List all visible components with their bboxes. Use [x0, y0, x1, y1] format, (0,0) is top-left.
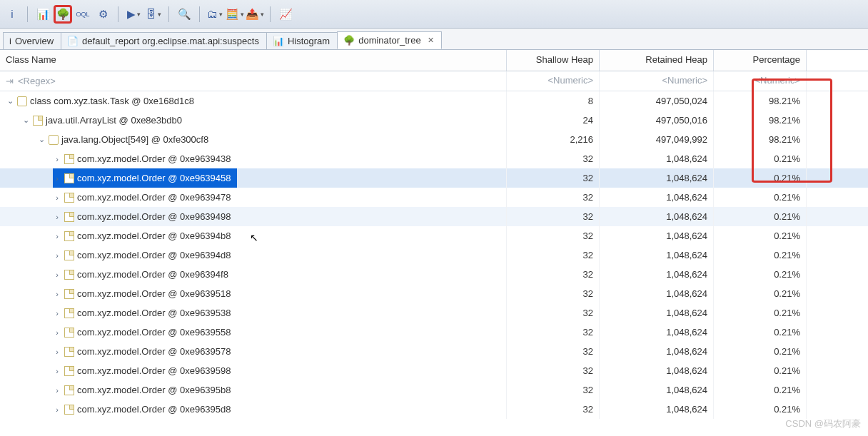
- dominator-tree-icon-glyph: 🌳: [56, 8, 70, 21]
- file-icon: [64, 173, 74, 183]
- toolbar-separator: [118, 6, 118, 22]
- expand-toggle[interactable]: ›: [53, 290, 61, 298]
- table-row[interactable]: ›com.xyz.model.Order @ 0xe9639478321,048…: [0, 188, 868, 207]
- table-row[interactable]: ›com.xyz.model.Order @ 0xe96395d8321,048…: [0, 400, 868, 419]
- tab-overview[interactable]: iOverview: [3, 32, 61, 49]
- file-icon: [64, 405, 74, 415]
- percentage-cell: 0.21%: [714, 342, 807, 361]
- table-row[interactable]: ›com.xyz.model.Order @ 0xe96395b8321,048…: [0, 380, 868, 400]
- shallow-heap-cell: 32: [507, 380, 600, 400]
- watermark: CSDN @码农阿豪: [785, 417, 861, 430]
- tab-dominator-tree[interactable]: 🌳dominator_tree✕: [337, 31, 441, 49]
- shallow-heap-cell: 32: [507, 323, 600, 342]
- tab-histogram-label: Histogram: [288, 36, 330, 46]
- expand-toggle[interactable]: ›: [53, 251, 61, 260]
- shallow-heap-cell: 32: [507, 400, 600, 419]
- expand-toggle[interactable]: ›: [53, 367, 61, 375]
- tab-suspects[interactable]: 📄default_report org.eclipse.mat.api:susp…: [61, 32, 267, 49]
- table-row[interactable]: ›com.xyz.model.Order @ 0xe9639498321,048…: [0, 207, 868, 226]
- expand-toggle[interactable]: ›: [53, 348, 61, 356]
- retained-heap-cell: 1,048,624: [600, 342, 714, 361]
- file-icon: [64, 193, 74, 203]
- table-row[interactable]: ›com.xyz.model.Order @ 0xe96394b8321,048…: [0, 226, 868, 245]
- table-row[interactable]: ⌄class com.xyz.task.Task @ 0xe168d1c8849…: [0, 91, 868, 111]
- expand-toggle[interactable]: ›: [53, 270, 61, 279]
- expand-toggle[interactable]: ›: [53, 213, 61, 221]
- file-icon: [64, 347, 74, 357]
- expand-toggle[interactable]: ›: [53, 174, 61, 183]
- group-icon[interactable]: 🗂: [206, 5, 224, 24]
- percentage-cell: 0.21%: [714, 303, 807, 323]
- shallow-filter[interactable]: <Numeric>: [507, 71, 600, 91]
- table-row[interactable]: ›com.xyz.model.Order @ 0xe9639438321,048…: [0, 149, 868, 168]
- expand-toggle[interactable]: ›: [53, 328, 61, 337]
- dominator-tree-icon[interactable]: 🌳: [54, 5, 72, 24]
- shallow-heap-cell: 32: [507, 265, 600, 284]
- table-row[interactable]: ›com.xyz.model.Order @ 0xe9639598321,048…: [0, 361, 868, 380]
- table-row[interactable]: ›com.xyz.model.Order @ 0xe9639458321,048…: [0, 168, 868, 188]
- expand-toggle[interactable]: ⌄: [21, 116, 30, 125]
- col-shallow-heap[interactable]: Shallow Heap: [507, 50, 600, 71]
- expand-toggle[interactable]: ›: [53, 155, 61, 163]
- tab-dominator-tree-icon: 🌳: [343, 35, 355, 46]
- gear-icon[interactable]: ⚙: [94, 5, 112, 24]
- chart-icon[interactable]: 📈: [276, 5, 295, 24]
- table-row[interactable]: ⌄java.util.ArrayList @ 0xe8e3bdb024497,0…: [0, 111, 868, 130]
- search-icon-glyph: 🔍: [178, 8, 191, 21]
- table-row[interactable]: ⌄java.lang.Object[549] @ 0xfe300cf82,216…: [0, 130, 868, 149]
- percentage-filter[interactable]: <Numeric>: [714, 71, 807, 91]
- row-label: java.util.ArrayList @ 0xe8e3bdb0: [46, 115, 182, 126]
- run-icon[interactable]: ▶: [124, 5, 143, 24]
- table-row[interactable]: ›com.xyz.model.Order @ 0xe9639578321,048…: [0, 342, 868, 361]
- retained-heap-cell: 1,048,624: [600, 400, 714, 419]
- percentage-cell: 0.21%: [714, 265, 807, 284]
- retained-heap-cell: 1,048,624: [600, 168, 714, 188]
- toolbar-separator: [270, 6, 271, 22]
- table-row[interactable]: ›com.xyz.model.Order @ 0xe9639558321,048…: [0, 323, 868, 342]
- retained-filter[interactable]: <Numeric>: [600, 71, 714, 91]
- table-row[interactable]: ›com.xyz.model.Order @ 0xe96394f8321,048…: [0, 265, 868, 284]
- close-icon[interactable]: ✕: [428, 36, 434, 45]
- db-icon[interactable]: 🗄: [144, 5, 163, 24]
- tree-body: ⌄class com.xyz.task.Task @ 0xe168d1c8849…: [0, 91, 868, 419]
- expand-toggle[interactable]: ⌄: [37, 135, 46, 144]
- table-row[interactable]: ›com.xyz.model.Order @ 0xe9639518321,048…: [0, 284, 868, 303]
- search-icon[interactable]: 🔍: [175, 5, 193, 24]
- calc-icon[interactable]: 🧮: [226, 5, 244, 24]
- main-toolbar: i📊🌳OQL⚙▶🗄🔍🗂🧮📤📈: [0, 0, 868, 29]
- table-row[interactable]: ›com.xyz.model.Order @ 0xe96394d8321,048…: [0, 245, 868, 265]
- col-percentage[interactable]: Percentage: [714, 50, 807, 71]
- row-label: com.xyz.model.Order @ 0xe9639558: [77, 327, 231, 338]
- info-icon[interactable]: i: [3, 5, 21, 24]
- col-retained-heap[interactable]: Retained Heap: [600, 50, 714, 71]
- tab-histogram[interactable]: 📊Histogram: [266, 32, 338, 49]
- retained-heap-cell: 1,048,624: [600, 149, 714, 168]
- table-row[interactable]: ›com.xyz.model.Order @ 0xe9639538321,048…: [0, 303, 868, 323]
- expand-toggle[interactable]: ›: [53, 232, 61, 240]
- expand-toggle[interactable]: ›: [53, 386, 61, 395]
- toolbar-separator: [27, 6, 28, 22]
- file-icon: [64, 385, 74, 395]
- histogram-icon[interactable]: 📊: [34, 5, 52, 24]
- col-class-name[interactable]: Class Name: [0, 50, 507, 71]
- row-label: com.xyz.model.Order @ 0xe9639578: [77, 346, 231, 357]
- file-icon: [64, 289, 74, 299]
- export-icon[interactable]: 📤: [246, 5, 264, 24]
- expand-toggle[interactable]: ›: [53, 405, 61, 414]
- regex-filter[interactable]: ⇥ <Regex>: [0, 71, 507, 91]
- shallow-heap-cell: 32: [507, 303, 600, 323]
- oql-icon[interactable]: OQL: [74, 5, 92, 24]
- table-header: Class Name Shallow Heap Retained Heap Pe…: [0, 50, 868, 71]
- expand-toggle[interactable]: ›: [53, 193, 61, 202]
- run-icon-glyph: ▶: [127, 8, 136, 21]
- expand-toggle[interactable]: ›: [53, 309, 61, 318]
- filter-icon: ⇥: [6, 76, 14, 86]
- retained-heap-cell: 497,049,992: [600, 130, 714, 149]
- retained-heap-cell: 1,048,624: [600, 265, 714, 284]
- percentage-cell: 0.21%: [714, 380, 807, 400]
- class-icon: [49, 135, 59, 145]
- toolbar-separator: [199, 6, 200, 22]
- tab-overview-label: Overview: [15, 36, 54, 46]
- expand-toggle[interactable]: ⌄: [6, 96, 14, 106]
- chart-icon-glyph: 📈: [279, 8, 293, 21]
